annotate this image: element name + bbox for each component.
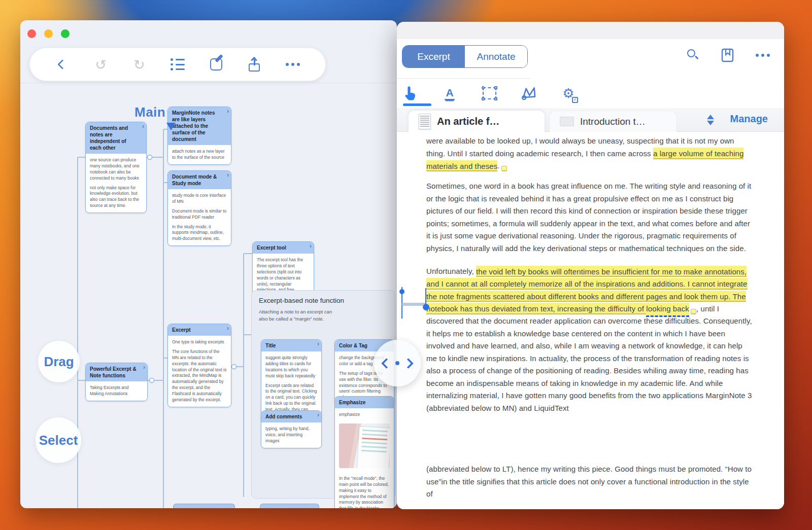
paragraph[interactable]: Unfortunately, the void left by books wi… [426, 265, 754, 414]
paragraph[interactable]: Sometimes, one word in a book has great … [426, 180, 754, 255]
lasso-select-icon[interactable] [520, 84, 538, 103]
node-layers[interactable]: MarginNote notes are like layers attache… [167, 107, 231, 165]
node-excerpt[interactable]: Excerpt› One type is taking excerptsThe … [167, 324, 231, 407]
chevron-left-icon[interactable] [381, 358, 392, 368]
reader-titlebar [397, 22, 784, 39]
group-excerpt-based-note[interactable]: Excerpt-based note function Attaching a … [251, 290, 395, 499]
expand-chevron-icon[interactable]: › [310, 242, 312, 251]
reader-window: Excerpt Annotate A ⚙ ✓ [397, 22, 784, 509]
paragraph[interactable]: were available to be looked up, I would … [426, 135, 754, 172]
hand-select-icon[interactable] [401, 84, 419, 103]
highlighted-text[interactable]: looking back [646, 303, 689, 317]
tab-annotate[interactable]: Annotate [465, 46, 527, 67]
document-page[interactable]: were available to be looked up, I would … [397, 132, 784, 509]
bookmark-icon[interactable] [721, 48, 734, 62]
note-icon[interactable] [691, 309, 696, 314]
desktop-wallpaper: ↺ ↻ [0, 0, 812, 530]
note-icon[interactable] [501, 166, 507, 171]
annotation-toolbar: A ⚙ ✓ [401, 82, 578, 105]
node-emphasize[interactable]: Emphasize emphasize In the "recall mode"… [334, 396, 394, 508]
mode-segmented-control: Excerpt Annotate [402, 45, 528, 68]
node-add-comments[interactable]: Add comments› typing, writing by hand, v… [261, 410, 322, 448]
more-icon[interactable] [756, 54, 770, 57]
clipped-node[interactable] [260, 504, 319, 508]
doc-tab-inactive[interactable]: Introduction t… [549, 111, 677, 132]
expand-chevron-icon[interactable]: › [227, 171, 229, 180]
focus-arrow-icon [166, 123, 176, 130]
excerpt-marker-dot[interactable] [423, 304, 429, 310]
tab-sort-icon[interactable] [707, 115, 714, 125]
expand-chevron-icon[interactable]: › [227, 108, 229, 116]
text-select-icon[interactable]: A [441, 84, 459, 103]
drag-button[interactable]: Drag [38, 341, 80, 382]
expand-chevron-icon[interactable]: › [317, 340, 319, 348]
ocr-settings-icon[interactable]: ⚙ ✓ [559, 84, 578, 103]
active-tool-indicator [403, 103, 431, 106]
search-icon[interactable] [687, 49, 700, 62]
document-tabbar: An article f… Introduction t… [397, 108, 784, 132]
expand-chevron-icon[interactable]: › [317, 411, 319, 419]
emphasize-screenshot-image [339, 423, 390, 468]
header-divider [397, 78, 530, 79]
node-caption: In the "recall mode", the main point wil… [335, 474, 394, 508]
clipped-node[interactable] [173, 504, 235, 508]
expand-chevron-icon[interactable]: › [227, 325, 229, 333]
select-button[interactable]: Select [36, 417, 81, 463]
handle-dot-icon [395, 361, 399, 365]
header-icons [687, 48, 770, 62]
mindmap-window: ↺ ↻ [20, 20, 397, 508]
expand-chevron-icon[interactable]: › [142, 123, 144, 131]
tab-excerpt[interactable]: Excerpt [402, 46, 465, 67]
node-powerful-functions[interactable]: Powerful Excerpt & Note functions› Takin… [85, 363, 148, 401]
paragraph[interactable]: (abbreviated below to LT), hence my writ… [426, 463, 754, 501]
expand-chevron-icon[interactable]: › [143, 364, 145, 372]
node-docmode[interactable]: Document mode & Study mode› study mode i… [167, 170, 231, 246]
excerpt-marker-bar [402, 303, 426, 306]
doc-tab-active[interactable]: An article f… [409, 111, 545, 132]
excerpt-marker-dot[interactable] [399, 289, 404, 294]
document-thumbnail-icon [560, 117, 574, 126]
node-documents-independent[interactable]: Documents and notes are independent of e… [85, 122, 147, 213]
chevron-right-icon[interactable] [403, 358, 414, 368]
manage-button[interactable]: Manage [730, 113, 768, 125]
document-thumbnail-icon [419, 114, 431, 129]
rectangle-select-icon[interactable] [480, 84, 498, 103]
split-view-handle[interactable] [374, 340, 421, 386]
